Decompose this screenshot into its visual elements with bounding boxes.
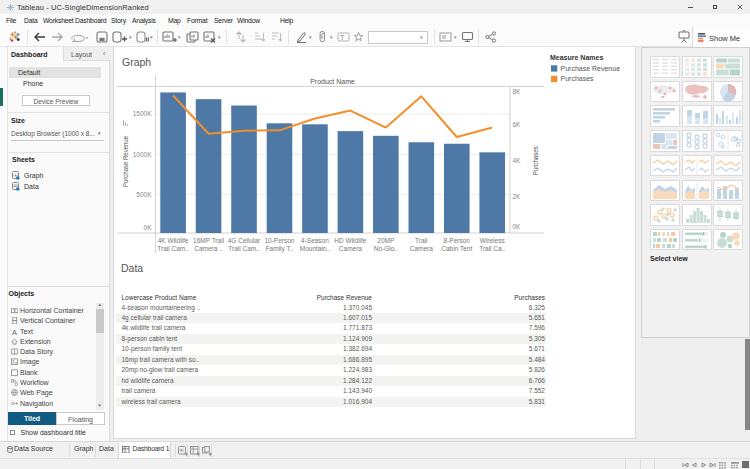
- svg-text:Trail Ca..: Trail Ca..: [479, 245, 505, 252]
- svg-text:Product Name: Product Name: [310, 78, 355, 85]
- svg-text:Cabin Tent: Cabin Tent: [442, 245, 473, 252]
- svg-text:Trail: Trail: [415, 237, 428, 244]
- svg-text:Wireless: Wireless: [480, 237, 506, 244]
- svg-text:Purchases: Purchases: [533, 146, 540, 176]
- svg-text:10-Person: 10-Person: [265, 237, 295, 244]
- svg-text:0K: 0K: [513, 223, 522, 230]
- svg-text:0K: 0K: [144, 224, 153, 231]
- svg-text:1500K: 1500K: [133, 110, 152, 117]
- svg-text:Camera ..: Camera ..: [195, 245, 224, 252]
- svg-text:500K: 500K: [137, 191, 153, 198]
- svg-text:Purchases: Purchases: [561, 75, 595, 82]
- svg-text:Trail Cam..: Trail Cam..: [229, 245, 261, 252]
- svg-text:4-Season: 4-Season: [301, 237, 329, 244]
- svg-text:16MP Trail: 16MP Trail: [193, 237, 225, 244]
- svg-text:8-Person: 8-Person: [444, 237, 471, 244]
- svg-text:No-Glo..: No-Glo..: [374, 245, 398, 252]
- svg-text:Measure Names: Measure Names: [550, 54, 603, 61]
- svg-text:HD Wildlife: HD Wildlife: [335, 237, 368, 244]
- svg-text:2K: 2K: [513, 193, 522, 200]
- svg-text:4K: 4K: [513, 157, 522, 164]
- svg-text:8K: 8K: [513, 88, 522, 95]
- svg-text:T: T: [340, 34, 345, 41]
- svg-text:Family T..: Family T..: [266, 245, 294, 253]
- svg-text:Trail Cam..: Trail Cam..: [158, 245, 190, 252]
- svg-text:Purchase Revenue: Purchase Revenue: [122, 136, 129, 187]
- svg-text:4K Wildlife: 4K Wildlife: [158, 237, 189, 244]
- svg-text:Camera: Camera: [410, 245, 434, 252]
- svg-text:Mountain..: Mountain..: [300, 245, 331, 252]
- svg-text:4G Cellular: 4G Cellular: [228, 237, 261, 244]
- svg-text:Purchase Revenue: Purchase Revenue: [561, 65, 621, 72]
- svg-text:20MP: 20MP: [378, 237, 395, 244]
- svg-text:6K: 6K: [513, 121, 522, 128]
- svg-text:Camera: Camera: [339, 245, 363, 252]
- svg-text:1000K: 1000K: [133, 151, 152, 158]
- svg-text:A: A: [12, 328, 17, 335]
